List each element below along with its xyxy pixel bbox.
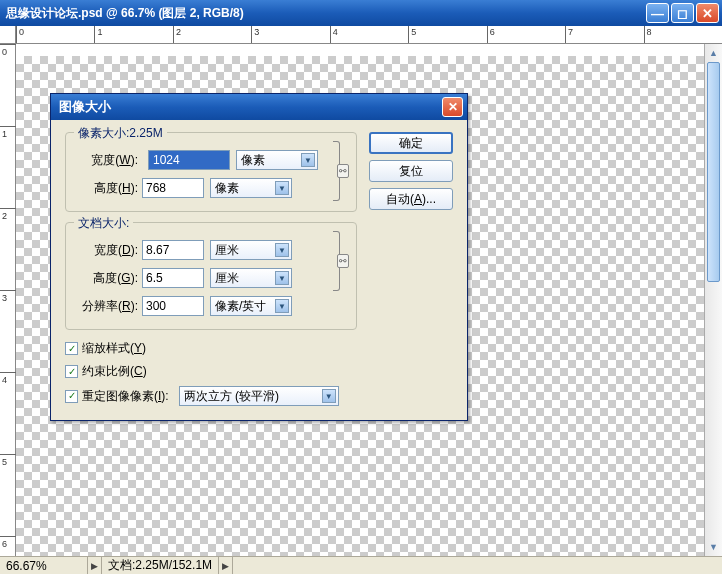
ruler-corner bbox=[0, 26, 16, 44]
ruler-v-tick: 6 bbox=[2, 539, 7, 549]
doc-height-unit: 厘米 bbox=[215, 270, 239, 287]
px-width-unit: 像素 bbox=[241, 152, 265, 169]
px-width-input[interactable] bbox=[148, 150, 230, 170]
px-height-label: 高度(H): bbox=[76, 180, 138, 197]
ruler-h-tick: 7 bbox=[568, 27, 573, 37]
scale-styles-checkbox[interactable]: ✓ bbox=[65, 342, 78, 355]
doc-width-unit-select[interactable]: 厘米▼ bbox=[210, 240, 292, 260]
ruler-vertical[interactable]: 0 1 2 3 4 5 6 bbox=[0, 44, 16, 556]
ok-button[interactable]: 确定 bbox=[369, 132, 453, 154]
ruler-h-tick: 2 bbox=[176, 27, 181, 37]
doc-size-legend: 文档大小: bbox=[74, 215, 133, 232]
ruler-h-tick: 8 bbox=[647, 27, 652, 37]
constrain-label: 约束比例(C) bbox=[82, 363, 147, 380]
chevron-down-icon: ▼ bbox=[322, 389, 336, 403]
status-scroll-track[interactable] bbox=[233, 557, 722, 574]
ruler-h-tick: 5 bbox=[411, 27, 416, 37]
doc-height-input[interactable] bbox=[142, 268, 204, 288]
pixel-dims-legend: 像素大小:2.25M bbox=[74, 125, 167, 142]
ruler-v-tick: 1 bbox=[2, 129, 7, 139]
resolution-label: 分辨率(R): bbox=[76, 298, 138, 315]
doc-link-bracket: ⚯ bbox=[328, 239, 346, 283]
doc-width-input[interactable] bbox=[142, 240, 204, 260]
doc-height-unit-select[interactable]: 厘米▼ bbox=[210, 268, 292, 288]
resolution-unit: 像素/英寸 bbox=[215, 298, 266, 315]
resample-label: 重定图像像素(I): bbox=[82, 388, 169, 405]
pixel-dimensions-group: 像素大小:2.25M 宽度(W): 像素▼ 高度(H): 像素▼ bbox=[65, 132, 357, 212]
ruler-h-tick: 1 bbox=[97, 27, 102, 37]
resolution-unit-select[interactable]: 像素/英寸▼ bbox=[210, 296, 292, 316]
ruler-v-tick: 3 bbox=[2, 293, 7, 303]
dialog-titlebar[interactable]: 图像大小 ✕ bbox=[51, 94, 467, 120]
chevron-down-icon: ▼ bbox=[275, 299, 289, 313]
ruler-h-tick: 3 bbox=[254, 27, 259, 37]
ruler-h-tick: 6 bbox=[490, 27, 495, 37]
doc-height-label: 高度(G): bbox=[76, 270, 138, 287]
scroll-thumb[interactable] bbox=[707, 62, 720, 282]
scale-styles-label: 缩放样式(Y) bbox=[82, 340, 146, 357]
status-dropdown-icon[interactable]: ▶ bbox=[219, 557, 233, 574]
zoom-level[interactable]: 66.67% bbox=[0, 557, 88, 574]
px-height-unit-select[interactable]: 像素▼ bbox=[210, 178, 292, 198]
px-width-unit-select[interactable]: 像素▼ bbox=[236, 150, 318, 170]
chevron-down-icon: ▼ bbox=[301, 153, 315, 167]
doc-width-unit: 厘米 bbox=[215, 242, 239, 259]
scroll-up-icon[interactable]: ▲ bbox=[705, 44, 722, 62]
dialog-title: 图像大小 bbox=[59, 98, 442, 116]
px-width-label: 宽度(W): bbox=[76, 152, 138, 169]
scroll-down-icon[interactable]: ▼ bbox=[705, 538, 722, 556]
dialog-close-button[interactable]: ✕ bbox=[442, 97, 463, 117]
ruler-h-tick: 0 bbox=[19, 27, 24, 37]
px-height-input[interactable] bbox=[142, 178, 204, 198]
auto-button[interactable]: 自动(A)... bbox=[369, 188, 453, 210]
link-icon[interactable]: ⚯ bbox=[337, 164, 349, 178]
window-title: 思缘设计论坛.psd @ 66.7% (图层 2, RGB/8) bbox=[6, 5, 644, 22]
main-titlebar: 思缘设计论坛.psd @ 66.7% (图层 2, RGB/8) — ◻ ✕ bbox=[0, 0, 722, 26]
resample-method: 两次立方 (较平滑) bbox=[184, 388, 279, 405]
status-bar: 66.67% ▶ 文档:2.25M/152.1M ▶ bbox=[0, 556, 722, 574]
document-size-group: 文档大小: 宽度(D): 厘米▼ 高度(G): 厘米▼ bbox=[65, 222, 357, 330]
constrain-checkbox[interactable]: ✓ bbox=[65, 365, 78, 378]
ruler-h-tick: 4 bbox=[333, 27, 338, 37]
resample-method-select[interactable]: 两次立方 (较平滑)▼ bbox=[179, 386, 339, 406]
px-height-unit: 像素 bbox=[215, 180, 239, 197]
chevron-down-icon: ▼ bbox=[275, 243, 289, 257]
resample-checkbox[interactable]: ✓ bbox=[65, 390, 78, 403]
maximize-button[interactable]: ◻ bbox=[671, 3, 694, 23]
reset-button[interactable]: 复位 bbox=[369, 160, 453, 182]
link-icon[interactable]: ⚯ bbox=[337, 254, 349, 268]
vertical-scrollbar[interactable]: ▲ ▼ bbox=[704, 44, 722, 556]
ruler-v-tick: 5 bbox=[2, 457, 7, 467]
doc-width-label: 宽度(D): bbox=[76, 242, 138, 259]
close-button[interactable]: ✕ bbox=[696, 3, 719, 23]
px-link-bracket: ⚯ bbox=[328, 149, 346, 193]
minimize-button[interactable]: — bbox=[646, 3, 669, 23]
ruler-v-tick: 2 bbox=[2, 211, 7, 221]
ruler-v-tick: 0 bbox=[2, 47, 7, 57]
resolution-input[interactable] bbox=[142, 296, 204, 316]
status-arrow-icon[interactable]: ▶ bbox=[88, 557, 102, 574]
image-size-dialog: 图像大小 ✕ 像素大小:2.25M 宽度(W): 像素▼ 高度(H): bbox=[50, 93, 468, 421]
chevron-down-icon: ▼ bbox=[275, 181, 289, 195]
ruler-v-tick: 4 bbox=[2, 375, 7, 385]
chevron-down-icon: ▼ bbox=[275, 271, 289, 285]
doc-size-status: 文档:2.25M/152.1M bbox=[102, 557, 219, 574]
ruler-horizontal[interactable]: 0 1 2 3 4 5 6 7 8 bbox=[16, 26, 722, 44]
